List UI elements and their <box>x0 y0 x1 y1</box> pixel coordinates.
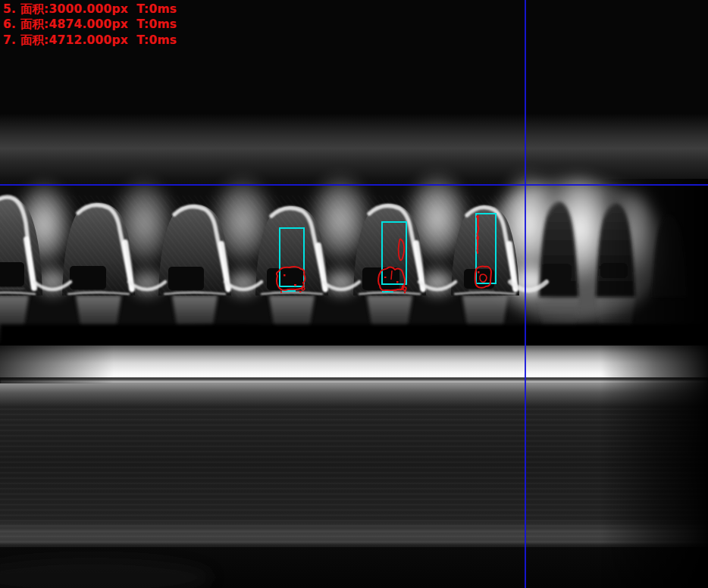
measurement-line: 7. 面积:4712.000px T:0ms <box>3 33 177 48</box>
right-vignette <box>470 179 708 588</box>
gear-teeth <box>0 195 547 297</box>
measurement-readout: 5. 面积:3000.000px T:0ms 6. 面积:4874.000px … <box>3 2 177 48</box>
measurement-line: 6. 面积:4874.000px T:0ms <box>3 17 177 32</box>
measurement-line: 5. 面积:3000.000px T:0ms <box>3 2 177 17</box>
crosshair-horizontal-line <box>0 184 708 186</box>
camera-image <box>0 0 708 588</box>
crosshair-vertical-line <box>525 0 526 588</box>
machine-vision-viewport: 5. 面积:3000.000px T:0ms 6. 面积:4874.000px … <box>0 0 708 588</box>
